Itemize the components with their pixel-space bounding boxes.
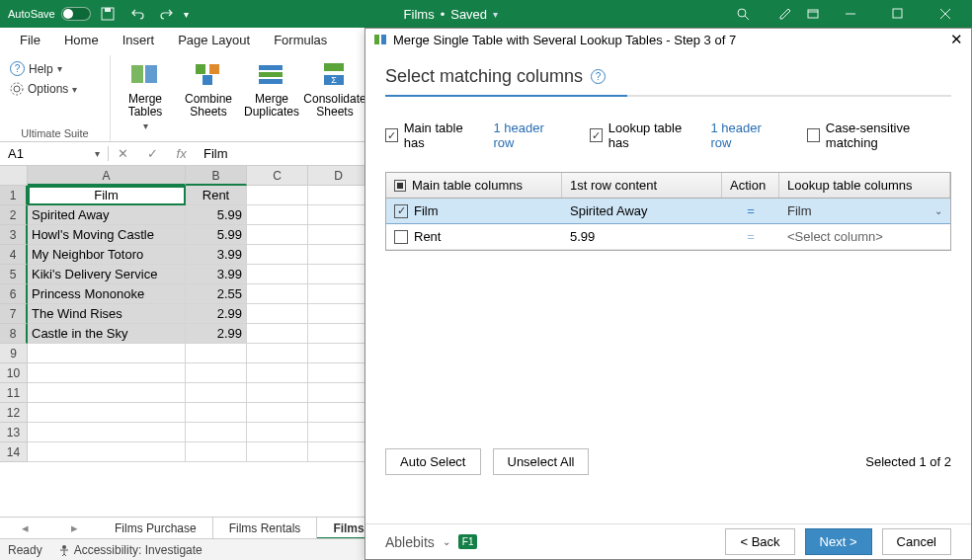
title-dropdown-icon[interactable]: ▾	[493, 9, 498, 20]
cell[interactable]	[247, 186, 308, 205]
name-box[interactable]: A1▾	[0, 146, 109, 161]
tab-file[interactable]: File	[20, 33, 40, 47]
cell[interactable]: Kiki's Delivery Service	[28, 265, 186, 284]
cell[interactable]	[247, 225, 308, 245]
cell[interactable]	[308, 304, 369, 324]
back-button[interactable]: < Back	[725, 528, 794, 555]
cell[interactable]	[28, 363, 186, 383]
row-header[interactable]: 6	[0, 284, 28, 304]
check-case-sensitive[interactable]: Case-sensitive matching	[807, 120, 951, 150]
cell[interactable]: Howl's Moving Castle	[28, 225, 186, 245]
merge-tables-button[interactable]: Merge Tables▾	[115, 57, 176, 131]
close-button[interactable]	[923, 0, 968, 28]
maximize-button[interactable]	[875, 0, 921, 28]
fx-icon[interactable]: fx	[177, 146, 187, 161]
col-header-b[interactable]: B	[186, 166, 247, 186]
cell[interactable]: Film	[28, 186, 186, 205]
cell[interactable]: The Wind Rises	[28, 304, 186, 324]
row-header[interactable]: 8	[0, 324, 28, 344]
lookup-select[interactable]: Film⌄	[779, 199, 950, 223]
undo-icon[interactable]	[124, 2, 150, 26]
cell[interactable]	[308, 225, 369, 245]
cell[interactable]	[308, 245, 369, 265]
cell[interactable]: Spirited Away	[28, 205, 186, 225]
dialog-close-icon[interactable]: ✕	[950, 31, 963, 48]
cell[interactable]	[247, 324, 308, 344]
cell[interactable]	[308, 423, 369, 442]
cell[interactable]: Castle in the Sky	[28, 324, 186, 344]
lookup-header-link[interactable]: 1 header row	[711, 120, 778, 150]
cell[interactable]: 3.99	[186, 265, 247, 284]
row-header[interactable]: 13	[0, 423, 28, 442]
sheet-tab-films-purchase[interactable]: Films Purchase	[99, 518, 213, 539]
main-header-link[interactable]: 1 header row	[494, 120, 561, 150]
search-icon[interactable]	[713, 2, 772, 26]
mapping-row-rent[interactable]: Rent 5.99 = <Select column>	[386, 224, 950, 250]
col-header-a[interactable]: A	[28, 166, 186, 186]
row-header[interactable]: 9	[0, 344, 28, 363]
status-accessibility[interactable]: Accessibility: Investigate	[58, 543, 202, 557]
lookup-select[interactable]: <Select column>	[779, 224, 950, 249]
cell[interactable]	[28, 383, 186, 403]
f1-badge[interactable]: F1	[458, 534, 478, 549]
cell[interactable]	[186, 383, 247, 403]
next-button[interactable]: Next >	[805, 528, 872, 555]
consolidate-sheets-button[interactable]: ΣConsolidate Sheets	[304, 57, 365, 119]
cell[interactable]	[308, 324, 369, 344]
cell[interactable]	[308, 344, 369, 363]
row-header[interactable]: 2	[0, 205, 28, 225]
minimize-button[interactable]	[828, 0, 873, 28]
auto-select-button[interactable]: Auto Select	[385, 448, 481, 475]
cell[interactable]	[247, 383, 308, 403]
cell[interactable]: 5.99	[186, 225, 247, 245]
sheet-tab-films-rentals[interactable]: Films Rentals	[213, 518, 318, 539]
cell[interactable]: 5.99	[186, 205, 247, 225]
cell[interactable]	[28, 423, 186, 442]
edit-icon[interactable]	[772, 2, 798, 26]
row-checkbox-icon[interactable]	[394, 230, 408, 244]
cell[interactable]	[308, 403, 369, 423]
cell[interactable]: 2.99	[186, 324, 247, 344]
cell[interactable]	[28, 442, 186, 462]
cell[interactable]	[186, 423, 247, 442]
cell[interactable]	[247, 304, 308, 324]
combine-sheets-button[interactable]: Combine Sheets	[178, 57, 239, 119]
cell[interactable]	[308, 383, 369, 403]
cell[interactable]	[186, 363, 247, 383]
cell[interactable]	[186, 344, 247, 363]
cell[interactable]	[186, 403, 247, 423]
cell[interactable]	[247, 363, 308, 383]
help-button[interactable]: ?Help▾	[8, 59, 79, 78]
row-checkbox-icon[interactable]	[394, 204, 408, 218]
cell[interactable]	[28, 344, 186, 363]
cell[interactable]	[308, 363, 369, 383]
tab-page-layout[interactable]: Page Layout	[178, 33, 250, 47]
sheet-nav-last-icon[interactable]: ▸	[71, 520, 78, 535]
cell[interactable]	[247, 403, 308, 423]
cell[interactable]	[308, 265, 369, 284]
autosave-toggle[interactable]: AutoSave	[8, 7, 91, 21]
redo-icon[interactable]	[154, 2, 180, 26]
row-header[interactable]: 10	[0, 363, 28, 383]
cell[interactable]	[247, 442, 308, 462]
cell[interactable]	[247, 423, 308, 442]
options-button[interactable]: Options▾	[8, 80, 79, 98]
save-icon[interactable]	[95, 2, 121, 26]
cell[interactable]: 2.99	[186, 304, 247, 324]
cancel-formula-icon[interactable]: ✕	[118, 146, 128, 161]
sheet-nav-first-icon[interactable]: ◂	[22, 520, 29, 535]
check-lookup-header[interactable]: Lookup table has 1 header row	[590, 120, 777, 150]
cell[interactable]: 2.55	[186, 284, 247, 304]
cell[interactable]	[247, 245, 308, 265]
row-header[interactable]: 4	[0, 245, 28, 265]
cell[interactable]	[308, 442, 369, 462]
chevron-down-icon[interactable]: ⌄	[443, 536, 450, 547]
cell[interactable]	[247, 284, 308, 304]
tab-formulas[interactable]: Formulas	[274, 33, 327, 47]
cell[interactable]	[186, 442, 247, 462]
cell[interactable]	[308, 205, 369, 225]
accept-formula-icon[interactable]: ✓	[147, 146, 158, 161]
cell[interactable]: Rent	[186, 186, 247, 205]
cell[interactable]: My Neighbor Totoro	[28, 245, 186, 265]
row-header[interactable]: 1	[0, 186, 28, 205]
